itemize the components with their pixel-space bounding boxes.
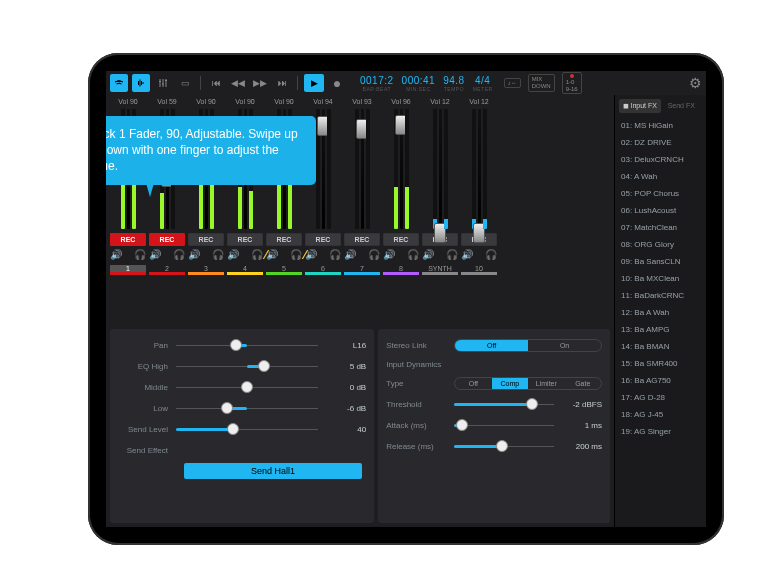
fx-preset-item[interactable]: 09: Ba SansCLN	[619, 253, 702, 270]
fx-preset-item[interactable]: 04: A Wah	[619, 168, 702, 185]
play-button[interactable]: ▶	[304, 74, 324, 92]
metronome-button[interactable]: ♪↔	[504, 78, 521, 89]
tab-input-fx[interactable]: ◼ Input FX	[619, 99, 661, 113]
volume-label: Vol 94	[313, 95, 332, 107]
param-slider[interactable]	[176, 428, 318, 431]
rec-arm-button[interactable]: REC	[110, 233, 146, 246]
fx-preset-item[interactable]: 05: POP Chorus	[619, 185, 702, 202]
channel-label[interactable]: SYNTH	[422, 265, 458, 275]
stereo-link-toggle[interactable]: OffOn	[454, 339, 602, 352]
channel-label[interactable]: 8	[383, 265, 419, 275]
param-slider[interactable]	[176, 386, 318, 389]
rec-arm-button[interactable]: REC	[344, 233, 380, 246]
rec-arm-button[interactable]: REC	[188, 233, 224, 246]
headphones-icon[interactable]: 🎧	[485, 250, 497, 260]
fx-preset-item[interactable]: 12: Ba A Wah	[619, 304, 702, 321]
channel-label[interactable]: 6	[305, 265, 341, 275]
fader[interactable]	[383, 109, 419, 229]
lower-editor: Pan L16EQ High 5 dBMiddle 0 dBLow -6 dBS…	[110, 329, 610, 523]
fwd-end-icon[interactable]: ⏭	[273, 74, 291, 92]
fx-preset-item[interactable]: 03: DeluxCRNCH	[619, 151, 702, 168]
rec-arm-button[interactable]: REC	[383, 233, 419, 246]
channel-label[interactable]: 2	[149, 265, 185, 275]
monitor-row: 🔊 🎧	[149, 249, 185, 261]
rec-arm-button[interactable]: REC	[266, 233, 302, 246]
channel-label[interactable]: 3	[188, 265, 224, 275]
fx-preset-item[interactable]: 16: Ba AG750	[619, 372, 702, 389]
param-slider[interactable]	[176, 344, 318, 347]
tempo-value[interactable]: 94.8	[443, 75, 464, 86]
wifi-icon[interactable]	[110, 74, 128, 92]
monitor-row: 🔊 🎧	[227, 249, 263, 261]
fader[interactable]	[461, 109, 497, 229]
channel-label[interactable]: 10	[461, 265, 497, 275]
channel-label[interactable]: 7	[344, 265, 380, 275]
send-effect-button[interactable]: Send Hall1	[184, 463, 362, 479]
monitor-row: 🔊 🎧	[422, 249, 458, 261]
rw-icon[interactable]: ◀◀	[229, 74, 247, 92]
fader[interactable]	[344, 109, 380, 229]
volume-label: Vol 59	[157, 95, 176, 107]
fx-preset-item[interactable]: 06: LushAcoust	[619, 202, 702, 219]
headphones-icon[interactable]: 🎧	[134, 250, 146, 260]
mixdown-button[interactable]: MIX DOWN	[528, 74, 555, 91]
min-sec-value[interactable]: 000:41	[402, 75, 436, 86]
fx-preset-item[interactable]: 02: DZ DRIVE	[619, 134, 702, 151]
bar-beat-value[interactable]: 0017:2	[360, 75, 394, 86]
fx-preset-item[interactable]: 17: AG D-28	[619, 389, 702, 406]
fx-preset-item[interactable]: 14: Ba BMAN	[619, 338, 702, 355]
headphones-icon[interactable]: 🎧	[251, 250, 263, 260]
headphones-icon[interactable]: 🎧	[368, 250, 380, 260]
fx-preset-item[interactable]: 10: Ba MXClean	[619, 270, 702, 287]
top-toolbar: ▭ ⏮ ◀◀ ▶▶ ⏭ ▶ ● 0017:2BAR:BEAT 000:41MIN…	[106, 71, 706, 95]
headphones-icon[interactable]: 🎧	[290, 250, 302, 260]
volume-label: Vol 90	[118, 95, 137, 107]
fx-preset-item[interactable]: 07: MatchClean	[619, 219, 702, 236]
volume-label: Vol 96	[391, 95, 410, 107]
fx-side-panel: ◼ Input FX Send FX 01: MS HiGain02: DZ D…	[614, 95, 706, 527]
channel-7: Vol 93 REC 🔊 🎧 7	[344, 95, 380, 325]
loop-range-button[interactable]: 1-0 9-16	[562, 72, 582, 94]
mixer-icon[interactable]	[154, 74, 172, 92]
param-slider[interactable]	[176, 365, 318, 368]
rec-arm-button[interactable]: REC	[305, 233, 341, 246]
fx-preset-item[interactable]: 18: AG J-45	[619, 406, 702, 423]
meter-value[interactable]: 4/4	[473, 75, 493, 86]
fx-preset-item[interactable]: 19: AG Singer	[619, 423, 702, 440]
headphones-icon[interactable]: 🎧	[446, 250, 458, 260]
channel-label[interactable]: 1	[110, 265, 146, 275]
monitor-row: 🔊 🎧	[188, 249, 224, 261]
param-label: Middle	[118, 383, 176, 392]
fader[interactable]	[422, 109, 458, 229]
channel-10: Vol 12 REC 🔊 🎧 10	[461, 95, 497, 325]
record-button[interactable]: ●	[328, 74, 346, 92]
param-slider[interactable]	[454, 445, 554, 448]
tablet-bezel: ▭ ⏮ ◀◀ ▶▶ ⏭ ▶ ● 0017:2BAR:BEAT 000:41MIN…	[88, 53, 724, 545]
tooltip-text: Track 1 Fader, 90, Adjustable. Swipe up …	[106, 127, 298, 173]
headphones-icon[interactable]: 🎧	[212, 250, 224, 260]
channel-label[interactable]: 4	[227, 265, 263, 275]
headphones-icon[interactable]: 🎧	[407, 250, 419, 260]
waveform-icon[interactable]	[132, 74, 150, 92]
param-slider[interactable]	[454, 424, 554, 427]
ff-icon[interactable]: ▶▶	[251, 74, 269, 92]
rec-arm-button[interactable]: REC	[227, 233, 263, 246]
settings-icon[interactable]: ⚙	[689, 75, 702, 91]
param-label: Pan	[118, 341, 176, 350]
headphones-icon[interactable]: 🎧	[173, 250, 185, 260]
rec-arm-button[interactable]: REC	[149, 233, 185, 246]
fx-preset-item[interactable]: 08: ORG Glory	[619, 236, 702, 253]
rewind-icon[interactable]: ⏮	[207, 74, 225, 92]
fx-preset-item[interactable]: 11: BaDarkCRNC	[619, 287, 702, 304]
param-slider[interactable]	[454, 403, 554, 406]
param-value: 200 ms	[554, 442, 602, 451]
fx-preset-item[interactable]: 13: Ba AMPG	[619, 321, 702, 338]
dynamics-type-selector[interactable]: OffCompLimiterGate	[454, 377, 602, 390]
fx-preset-item[interactable]: 01: MS HiGain	[619, 117, 702, 134]
headphones-icon[interactable]: 🎧	[329, 250, 341, 260]
fx-preset-item[interactable]: 15: Ba SMR400	[619, 355, 702, 372]
track-view-icon[interactable]: ▭	[176, 74, 194, 92]
tab-send-fx[interactable]: Send FX	[661, 99, 703, 113]
param-slider[interactable]	[176, 407, 318, 410]
channel-label[interactable]: 5	[266, 265, 302, 275]
